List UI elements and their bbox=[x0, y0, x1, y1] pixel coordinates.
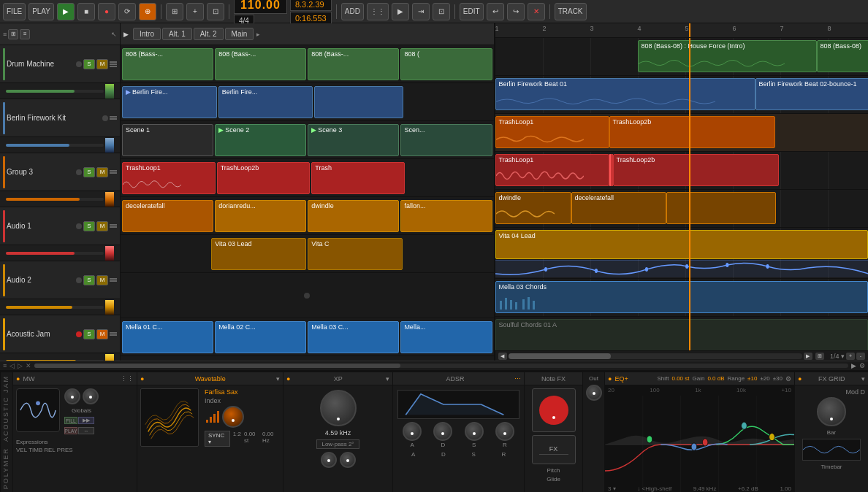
xp-tab[interactable]: XP bbox=[290, 375, 386, 383]
wt-sync-btn[interactable]: SYNC ▾ bbox=[205, 431, 230, 447]
scene-intro[interactable]: Intro bbox=[133, 28, 161, 40]
clip-drum-808d[interactable]: 808 ( bbox=[400, 48, 492, 80]
snap-btn[interactable]: + bbox=[186, 3, 204, 20]
knob-filter-reso[interactable] bbox=[321, 452, 337, 468]
fx-grid-tab[interactable]: FX GRID bbox=[802, 375, 861, 383]
tempo-display[interactable]: 110.00 bbox=[234, 0, 287, 14]
track-power-berlin[interactable] bbox=[102, 115, 108, 121]
exp-pres[interactable]: PRES bbox=[57, 447, 73, 453]
knob-osc1[interactable] bbox=[64, 388, 80, 404]
redo-btn[interactable]: ↪ bbox=[507, 3, 525, 20]
eq-range-val[interactable]: ±10 bbox=[747, 375, 757, 382]
arr-btn1[interactable]: ▶ bbox=[392, 3, 409, 20]
h-scrollbar[interactable]: ◀ ▶ ⊞ 1/4 ▾ + - bbox=[495, 350, 869, 361]
record-button[interactable]: ● bbox=[98, 3, 115, 20]
fx-tab[interactable]: FX bbox=[549, 445, 558, 453]
status-icon-4[interactable]: ✕ bbox=[26, 362, 31, 369]
track-m-acoustic[interactable]: M bbox=[96, 329, 108, 339]
arrow-btn[interactable]: ↔ bbox=[78, 427, 94, 434]
scroll-zoom[interactable]: ⊞ bbox=[815, 353, 824, 360]
play-icon[interactable]: ▶ bbox=[57, 3, 75, 20]
status-right[interactable]: ▶ bbox=[851, 362, 856, 369]
note-fx-tab[interactable]: Note FX bbox=[528, 375, 579, 383]
loop-button[interactable]: ⟳ bbox=[118, 3, 136, 20]
scroll-track[interactable] bbox=[509, 353, 802, 359]
arr-clip-trash1[interactable]: TrashLoop1 bbox=[495, 116, 609, 148]
track-m-audio1[interactable]: M bbox=[96, 221, 108, 231]
exp-timb[interactable]: TIMB bbox=[28, 447, 42, 453]
zoom-out-btn[interactable]: - bbox=[856, 353, 865, 360]
scroll-left[interactable]: ◀ bbox=[498, 353, 507, 360]
track-s-audio2[interactable]: S bbox=[83, 275, 95, 285]
clip-group3-scene4[interactable]: Scen... bbox=[400, 124, 492, 156]
scroll-right[interactable]: ▶ bbox=[804, 353, 812, 360]
arr-clip-mella03[interactable]: Mella 03 Chords bbox=[495, 281, 869, 313]
track-power-audio2[interactable] bbox=[76, 277, 82, 283]
knob-filter-drive[interactable] bbox=[340, 452, 356, 468]
eq-power[interactable]: ● bbox=[608, 375, 612, 383]
list-view-btn[interactable]: ≡ bbox=[20, 29, 30, 39]
midi-btn[interactable]: ⋮⋮ bbox=[367, 3, 389, 20]
clip-audio2-dor[interactable]: dorianredu... bbox=[215, 200, 306, 232]
more-scenes[interactable]: ▸ bbox=[256, 31, 260, 38]
arr-clip-drum-808b[interactable]: 808 (Bass-08) bbox=[817, 40, 869, 72]
cursor-tool[interactable]: ↖ bbox=[111, 31, 117, 38]
eq-gain-val[interactable]: 0.0 dB bbox=[707, 375, 724, 382]
track-power-acoustic[interactable] bbox=[76, 331, 82, 337]
clip-group3-scene1[interactable]: Scene 1 bbox=[122, 124, 213, 156]
arr-btn3[interactable]: ⊡ bbox=[433, 3, 450, 20]
track-m-group3[interactable]: M bbox=[96, 167, 108, 177]
clip-polymer-mella3[interactable]: Mella 03 C... bbox=[308, 321, 399, 353]
arr-clip-berlin-beat02[interactable]: Berlin Firework Beat 02-bounce-1 bbox=[755, 78, 869, 110]
scene-alt2[interactable]: Alt. 2 bbox=[194, 28, 224, 40]
clip-berlin-1[interactable]: ▶ Berlin Fire... bbox=[122, 86, 217, 118]
scene-alt1[interactable]: Alt. 1 bbox=[162, 28, 192, 40]
play-btn2[interactable]: PLAY bbox=[64, 427, 77, 434]
knob-adsr-r[interactable] bbox=[495, 422, 514, 441]
arr-clip-soulful[interactable]: Soulful Chords 01 A bbox=[495, 319, 869, 350]
clip-audio2-dw[interactable]: dwindle bbox=[308, 200, 399, 232]
track-s-drum[interactable]: S bbox=[83, 59, 95, 69]
clip-audio1-trash1[interactable]: TrashLoop1 bbox=[122, 162, 216, 194]
adsr-tab[interactable]: ADSR bbox=[396, 375, 514, 383]
eq-settings[interactable]: ⚙ bbox=[785, 375, 791, 383]
knob-out[interactable] bbox=[586, 385, 602, 401]
status-icon-1[interactable]: ≡ bbox=[3, 362, 7, 369]
track-s-acoustic[interactable]: S bbox=[83, 329, 95, 339]
knob-filter-cutoff[interactable] bbox=[320, 390, 357, 426]
knob-osc2[interactable] bbox=[83, 388, 99, 404]
clip-group3-scene3[interactable]: ▶Scene 3 bbox=[308, 124, 399, 156]
clip-audio1-trash3[interactable]: Trash bbox=[311, 162, 405, 194]
clip-polymer-mella2[interactable]: Mella 02 C... bbox=[215, 321, 306, 353]
grid-view-btn[interactable]: ⊞ bbox=[8, 29, 18, 39]
eq-tab[interactable]: EQ+ bbox=[614, 375, 628, 383]
track-m-audio2[interactable]: M bbox=[96, 275, 108, 285]
clip-audio2-fall[interactable]: fallon... bbox=[400, 200, 492, 232]
filter-menu[interactable]: ▾ bbox=[386, 375, 389, 383]
clip-group3-scene2[interactable]: ▶Scene 2 bbox=[215, 124, 306, 156]
track-power-drum[interactable] bbox=[76, 61, 82, 67]
knob-adsr-d[interactable] bbox=[433, 422, 452, 441]
track-s-audio1[interactable]: S bbox=[83, 221, 95, 231]
clip-acoustic-vita03b[interactable]: Vita C bbox=[308, 238, 403, 270]
clip-polymer-mella4[interactable]: Mella... bbox=[400, 321, 492, 353]
arr-clip-vita04[interactable]: Vita 04 Lead bbox=[495, 230, 869, 259]
clip-berlin-2[interactable]: Berlin Fire... bbox=[218, 86, 313, 118]
overdub-button[interactable]: ⊕ bbox=[139, 3, 156, 20]
status-icon-2[interactable]: ◁ bbox=[9, 362, 15, 369]
eq-shift-val[interactable]: 0.00 st bbox=[671, 375, 689, 382]
wt-tab[interactable]: Wavetable bbox=[144, 375, 276, 383]
arr-btn2[interactable]: ⇥ bbox=[412, 3, 430, 20]
arr-clip-trash2b[interactable]: TrashLoop2b bbox=[609, 116, 775, 148]
grid-size-display[interactable]: 1/4 ▾ bbox=[830, 353, 845, 360]
track-s-group3[interactable]: S bbox=[83, 167, 95, 177]
arr-clip-audio1-trash1[interactable]: TrashLoop1 bbox=[495, 154, 609, 186]
scroll-thumb[interactable] bbox=[509, 353, 612, 359]
play-fill-btn[interactable]: ▶▶ bbox=[78, 417, 94, 424]
arr-clip-berlin-beat01[interactable]: Berlin Firework Beat 01 bbox=[495, 78, 755, 110]
clip-drum-808[interactable]: 808 (Bass-... bbox=[122, 48, 213, 80]
track-m-drum[interactable]: M bbox=[96, 59, 108, 69]
zoom-in-btn[interactable]: + bbox=[846, 353, 855, 360]
arr-clip-audio1-trash2b[interactable]: TrashLoop2b bbox=[613, 154, 779, 186]
position-display[interactable]: 8.3.2.39 bbox=[290, 0, 332, 11]
